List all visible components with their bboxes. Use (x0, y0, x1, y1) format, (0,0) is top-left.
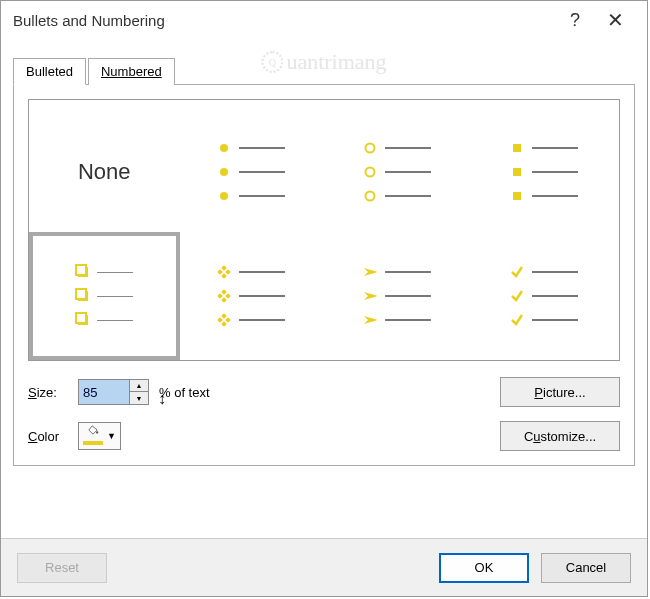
svg-rect-8 (513, 192, 521, 200)
svg-rect-24 (217, 317, 223, 323)
diamond4-icon (217, 313, 231, 327)
tab-numbered[interactable]: Numbered (88, 58, 175, 85)
picture-button[interactable]: Picture... (500, 377, 620, 407)
svg-rect-18 (221, 273, 227, 279)
svg-rect-25 (225, 317, 231, 323)
shadow-box-icon (75, 265, 89, 279)
diamond4-icon (217, 265, 231, 279)
circle-icon (363, 165, 377, 179)
svg-point-5 (366, 192, 375, 201)
check-icon (510, 289, 524, 303)
bullet-style-check[interactable] (473, 236, 616, 356)
svg-rect-6 (513, 144, 521, 152)
close-button[interactable]: ✕ (595, 4, 635, 36)
square-icon (510, 165, 524, 179)
bullet-style-diamond[interactable] (180, 236, 323, 356)
tab-bulleted[interactable]: Bulleted (13, 58, 86, 85)
shadow-box-icon (75, 313, 89, 327)
bullet-style-disc[interactable] (180, 112, 323, 232)
diamond4-icon (217, 289, 231, 303)
svg-rect-15 (221, 265, 227, 271)
svg-point-1 (220, 168, 228, 176)
size-suffix: % of text (159, 385, 210, 400)
svg-rect-26 (221, 321, 227, 327)
disc-icon (217, 141, 231, 155)
svg-rect-16 (217, 269, 223, 275)
disc-icon (217, 189, 231, 203)
svg-rect-7 (513, 168, 521, 176)
spinner-up-button[interactable]: ▲ (130, 380, 148, 392)
svg-point-4 (366, 168, 375, 177)
svg-rect-23 (221, 313, 227, 319)
chevron-down-icon: ▼ (107, 431, 116, 441)
svg-rect-19 (221, 289, 227, 295)
size-input[interactable] (79, 380, 129, 404)
reset-button: Reset (17, 553, 107, 583)
svg-rect-20 (217, 293, 223, 299)
svg-rect-12 (76, 289, 86, 299)
color-label: Color (28, 429, 68, 444)
svg-rect-10 (76, 265, 86, 275)
svg-rect-14 (76, 313, 86, 323)
arrow-icon (363, 289, 377, 303)
svg-point-3 (366, 144, 375, 153)
arrow-icon (363, 313, 377, 327)
control-area: Size: ▲ ▼ ↕ % of text Picture... Color (28, 377, 620, 451)
svg-rect-17 (225, 269, 231, 275)
circle-icon (363, 189, 377, 203)
shadow-box-icon (75, 289, 89, 303)
check-icon (510, 265, 524, 279)
bullet-style-shadow-box[interactable] (29, 232, 180, 360)
bullet-style-circle[interactable] (326, 112, 469, 232)
tab-strip: Bulleted Numbered (13, 57, 635, 85)
svg-point-27 (96, 431, 98, 433)
tab-panel: None (13, 85, 635, 466)
square-icon (510, 141, 524, 155)
size-label: Size: (28, 385, 68, 400)
bullet-style-none[interactable]: None (33, 112, 176, 232)
ok-button[interactable]: OK (439, 553, 529, 583)
bullet-style-square[interactable] (473, 112, 616, 232)
check-icon (510, 313, 524, 327)
dialog-title: Bullets and Numbering (13, 12, 165, 29)
disc-icon (217, 165, 231, 179)
svg-rect-21 (225, 293, 231, 299)
spinner-down-button[interactable]: ▼ (130, 392, 148, 404)
dialog-footer: Reset OK Cancel (1, 538, 647, 596)
bullet-style-gallery: None (28, 99, 620, 361)
size-spinner[interactable]: ▲ ▼ ↕ (78, 379, 149, 405)
svg-point-2 (220, 192, 228, 200)
help-button[interactable]: ? (555, 4, 595, 36)
title-bar: Bullets and Numbering ? ✕ (1, 1, 647, 39)
color-dropdown[interactable]: ▼ (78, 422, 121, 450)
bullets-numbering-dialog: Bullets and Numbering ? ✕ Q uantrimang B… (0, 0, 648, 597)
svg-rect-22 (221, 297, 227, 303)
bullet-style-arrow[interactable] (326, 236, 469, 356)
square-icon (510, 189, 524, 203)
arrow-icon (363, 265, 377, 279)
svg-point-0 (220, 144, 228, 152)
circle-icon (363, 141, 377, 155)
cancel-button[interactable]: Cancel (541, 553, 631, 583)
bucket-icon (86, 425, 100, 435)
customize-button[interactable]: Customize... (500, 421, 620, 451)
